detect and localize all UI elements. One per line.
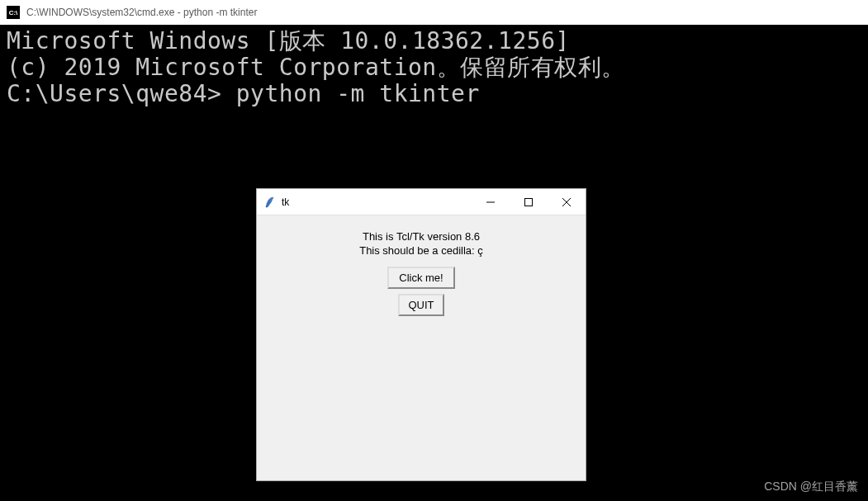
terminal-prompt: C:\Users\qwe84> python -m tkinter bbox=[7, 81, 861, 107]
tk-label-line: This should be a cedilla: ç bbox=[359, 244, 483, 258]
cmd-icon: C:\ bbox=[7, 6, 20, 19]
minimize-button[interactable] bbox=[472, 189, 510, 215]
tk-feather-icon bbox=[263, 196, 277, 209]
svg-rect-2 bbox=[525, 198, 533, 206]
maximize-button[interactable] bbox=[510, 189, 548, 215]
close-button[interactable] bbox=[548, 189, 586, 215]
cmd-titlebar[interactable]: C:\ C:\WINDOWS\system32\cmd.exe - python… bbox=[0, 0, 868, 25]
terminal-output[interactable]: Microsoft Windows [版本 10.0.18362.1256] (… bbox=[0, 25, 868, 111]
quit-button[interactable]: QUIT bbox=[398, 294, 443, 316]
tk-body: This is Tcl/Tk version 8.6 This should b… bbox=[257, 215, 586, 316]
tkinter-window[interactable]: tk This is Tcl/Tk version 8.6 This shoul… bbox=[256, 188, 586, 481]
tk-titlebar[interactable]: tk bbox=[257, 189, 586, 215]
cmd-titlebar-text: C:\WINDOWS\system32\cmd.exe - python -m … bbox=[26, 7, 257, 18]
tk-label-line: This is Tcl/Tk version 8.6 bbox=[359, 230, 483, 244]
tk-version-label: This is Tcl/Tk version 8.6 This should b… bbox=[359, 230, 483, 258]
terminal-line: (c) 2019 Microsoft Corporation。保留所有权利。 bbox=[7, 54, 861, 81]
click-me-button[interactable]: Click me! bbox=[387, 267, 454, 289]
terminal-line: Microsoft Windows [版本 10.0.18362.1256] bbox=[7, 28, 861, 54]
tk-window-controls bbox=[472, 189, 586, 215]
tk-window-title: tk bbox=[282, 196, 472, 208]
csdn-watermark: CSDN @红目香薰 bbox=[764, 480, 858, 494]
